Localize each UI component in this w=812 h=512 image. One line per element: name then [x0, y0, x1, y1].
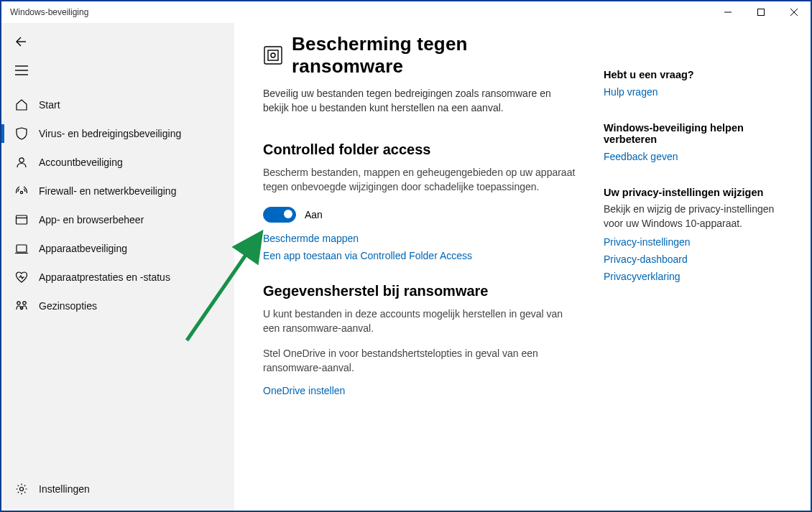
window-title: Windows-beveiliging: [10, 7, 88, 17]
network-icon: [14, 184, 29, 198]
sidebar-item-label: Apparaatbeveiliging: [39, 243, 127, 254]
sidebar-item-virus[interactable]: Virus- en bedreigingsbeveiliging: [1, 119, 234, 148]
section-ransomware-recovery: Gegevensherstel bij ransomware U kunt be…: [263, 283, 579, 396]
sidebar-item-label: App- en browserbeheer: [39, 214, 144, 225]
feedback-heading: Windows-beveiliging helpen verbeteren: [604, 122, 790, 145]
svg-rect-12: [17, 245, 27, 252]
sidebar-item-performance[interactable]: Apparaatprestaties en -status: [1, 263, 234, 292]
sidebar-item-label: Accountbeveiliging: [39, 157, 123, 168]
help-heading: Hebt u een vraag?: [604, 69, 790, 80]
sidebar-item-label: Apparaatprestaties en -status: [39, 271, 170, 283]
sidebar-item-settings[interactable]: Instellingen: [1, 475, 234, 503]
chip-icon: [14, 241, 29, 256]
link-privacy-statement[interactable]: Privacyverklaring: [604, 271, 790, 282]
sidebar-item-firewall[interactable]: Firewall- en netwerkbeveiliging: [1, 177, 234, 205]
privacy-description: Bekijk en wijzig de privacy-instellingen…: [604, 203, 790, 231]
sidebar-item-label: Firewall- en netwerkbeveiliging: [39, 185, 176, 197]
recovery-description: U kunt bestanden in deze accounts mogeli…: [263, 307, 579, 336]
page-lead: Beveilig uw bestanden tegen bedreigingen…: [263, 86, 579, 116]
back-button[interactable]: [1, 27, 234, 56]
link-get-help[interactable]: Hulp vragen: [604, 86, 790, 98]
sidebar-item-home[interactable]: Start: [1, 90, 234, 119]
svg-rect-10: [17, 215, 27, 224]
privacy-block: Uw privacy-instellingen wijzigen Bekijk …: [604, 187, 790, 282]
privacy-heading: Uw privacy-instellingen wijzigen: [604, 187, 790, 198]
ransomware-icon: [263, 45, 283, 65]
recovery-heading: Gegevensherstel bij ransomware: [263, 283, 579, 299]
cfa-toggle[interactable]: [263, 207, 296, 223]
svg-point-8: [19, 158, 24, 162]
family-icon: [14, 299, 29, 313]
sidebar-item-label: Instellingen: [39, 483, 90, 495]
back-arrow-icon: [14, 34, 29, 49]
shield-icon: [14, 126, 29, 141]
sidebar-item-appbrowser[interactable]: App- en browserbeheer: [1, 205, 234, 234]
link-privacy-settings[interactable]: Privacy-instellingen: [604, 236, 790, 248]
link-protected-folders[interactable]: Beschermde mappen: [263, 233, 579, 244]
cfa-toggle-label: Aan: [305, 209, 323, 220]
svg-point-14: [17, 302, 20, 304]
link-setup-onedrive[interactable]: OneDrive instellen: [263, 385, 579, 396]
svg-rect-1: [758, 9, 765, 16]
cfa-description: Bescherm bestanden, mappen en geheugenge…: [263, 165, 579, 195]
maximize-button[interactable]: [744, 1, 778, 23]
svg-rect-19: [268, 50, 278, 60]
sidebar-item-label: Virus- en bedreigingsbeveiliging: [39, 128, 181, 139]
gear-icon: [14, 482, 29, 496]
person-icon: [14, 155, 29, 169]
close-button[interactable]: [778, 1, 811, 23]
health-icon: [14, 270, 29, 284]
svg-point-20: [271, 53, 275, 57]
feedback-block: Windows-beveiliging helpen verbeteren Fe…: [604, 122, 790, 162]
link-allow-app[interactable]: Een app toestaan via Controlled Folder A…: [263, 250, 579, 261]
hamburger-button[interactable]: [1, 56, 234, 85]
app-window-icon: [14, 213, 29, 227]
sidebar-item-family[interactable]: Gezinsopties: [1, 292, 234, 320]
recovery-onedrive-hint: Stel OneDrive in voor bestandshertstelop…: [263, 346, 579, 376]
sidebar-item-device[interactable]: Apparaatbeveiliging: [1, 234, 234, 263]
minimize-button[interactable]: [711, 1, 744, 23]
sidebar-item-account[interactable]: Accountbeveiliging: [1, 148, 234, 177]
page-title: Bescherming tegen ransomware: [292, 33, 579, 78]
section-controlled-folder-access: Controlled folder access Bescherm bestan…: [263, 141, 579, 262]
cfa-heading: Controlled folder access: [263, 141, 579, 158]
svg-point-15: [23, 302, 26, 304]
svg-point-17: [20, 488, 24, 491]
help-block: Hebt u een vraag? Hulp vragen: [604, 69, 790, 98]
link-give-feedback[interactable]: Feedback geven: [604, 151, 790, 162]
home-icon: [14, 98, 29, 112]
sidebar-item-label: Start: [39, 99, 60, 111]
hamburger-icon: [14, 63, 29, 78]
link-privacy-dashboard[interactable]: Privacy-dashboard: [604, 253, 790, 265]
sidebar-item-label: Gezinsopties: [39, 300, 97, 312]
svg-rect-18: [264, 47, 282, 64]
svg-point-9: [20, 191, 22, 193]
sidebar: Start Virus- en bedreigingsbeveiliging A…: [1, 23, 234, 511]
